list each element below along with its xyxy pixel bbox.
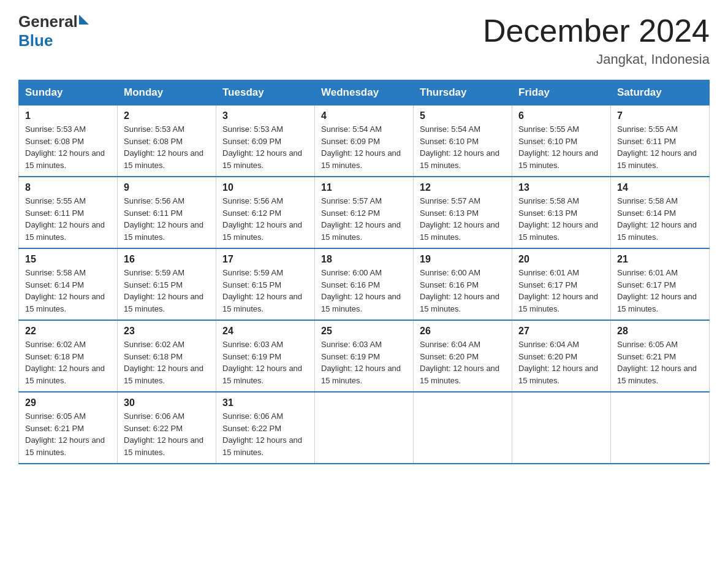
calendar-cell: 28 Sunrise: 6:05 AMSunset: 6:21 PMDaylig… [611,320,710,392]
calendar-cell: 12 Sunrise: 5:57 AMSunset: 6:13 PMDaylig… [414,177,512,248]
day-number: 24 [222,326,308,337]
calendar-cell: 24 Sunrise: 6:03 AMSunset: 6:19 PMDaylig… [216,320,315,392]
day-info: Sunrise: 6:04 AMSunset: 6:20 PMDaylight:… [420,340,499,385]
day-info: Sunrise: 6:02 AMSunset: 6:18 PMDaylight:… [25,340,105,385]
day-number: 26 [420,326,506,337]
calendar-cell: 13 Sunrise: 5:58 AMSunset: 6:13 PMDaylig… [512,177,611,248]
calendar-cell: 14 Sunrise: 5:58 AMSunset: 6:14 PMDaylig… [611,177,710,248]
day-number: 30 [124,397,210,408]
day-info: Sunrise: 5:55 AMSunset: 6:11 PMDaylight:… [25,196,105,242]
calendar-cell: 26 Sunrise: 6:04 AMSunset: 6:20 PMDaylig… [414,320,512,392]
header-monday: Monday [118,80,216,105]
calendar-cell: 9 Sunrise: 5:56 AMSunset: 6:11 PMDayligh… [118,177,216,248]
calendar-header: Sunday Monday Tuesday Wednesday Thursday… [19,80,710,105]
day-info: Sunrise: 5:54 AMSunset: 6:10 PMDaylight:… [420,124,499,170]
day-info: Sunrise: 6:05 AMSunset: 6:21 PMDaylight:… [617,340,697,385]
calendar-cell: 25 Sunrise: 6:03 AMSunset: 6:19 PMDaylig… [315,320,414,392]
day-info: Sunrise: 5:53 AMSunset: 6:09 PMDaylight:… [222,124,302,170]
logo-arrow-icon [79,15,89,25]
calendar-cell: 11 Sunrise: 5:57 AMSunset: 6:12 PMDaylig… [315,177,414,248]
day-number: 17 [222,254,308,265]
header-wednesday: Wednesday [315,80,414,105]
day-number: 13 [518,182,604,193]
day-number: 4 [321,110,407,121]
day-info: Sunrise: 6:06 AMSunset: 6:22 PMDaylight:… [124,412,203,457]
calendar-cell: 5 Sunrise: 5:54 AMSunset: 6:10 PMDayligh… [414,105,512,177]
day-info: Sunrise: 5:57 AMSunset: 6:13 PMDaylight:… [420,196,499,242]
day-info: Sunrise: 6:05 AMSunset: 6:21 PMDaylight:… [25,412,105,457]
day-info: Sunrise: 5:58 AMSunset: 6:13 PMDaylight:… [518,196,598,242]
header-saturday: Saturday [611,80,710,105]
calendar-cell: 8 Sunrise: 5:55 AMSunset: 6:11 PMDayligh… [19,177,118,248]
day-info: Sunrise: 6:02 AMSunset: 6:18 PMDaylight:… [124,340,203,385]
day-info: Sunrise: 6:01 AMSunset: 6:17 PMDaylight:… [518,268,598,313]
logo-general-text: General [18,12,78,31]
day-info: Sunrise: 6:06 AMSunset: 6:22 PMDaylight:… [222,412,302,457]
day-number: 12 [420,182,506,193]
day-number: 31 [222,397,308,408]
header-thursday: Thursday [414,80,512,105]
day-number: 14 [617,182,703,193]
day-info: Sunrise: 5:56 AMSunset: 6:11 PMDaylight:… [124,196,203,242]
calendar-cell: 19 Sunrise: 6:00 AMSunset: 6:16 PMDaylig… [414,248,512,320]
logo: General Blue [18,12,89,50]
day-info: Sunrise: 5:55 AMSunset: 6:11 PMDaylight:… [617,124,697,170]
calendar-cell: 6 Sunrise: 5:55 AMSunset: 6:10 PMDayligh… [512,105,611,177]
calendar-cell: 4 Sunrise: 5:54 AMSunset: 6:09 PMDayligh… [315,105,414,177]
page-header: General Blue December 2024 Jangkat, Indo… [18,12,710,67]
logo-blue-text: Blue [18,31,89,50]
calendar-cell: 22 Sunrise: 6:02 AMSunset: 6:18 PMDaylig… [19,320,118,392]
day-info: Sunrise: 6:00 AMSunset: 6:16 PMDaylight:… [321,268,401,313]
day-number: 27 [518,326,604,337]
day-number: 20 [518,254,604,265]
day-info: Sunrise: 5:53 AMSunset: 6:08 PMDaylight:… [124,124,203,170]
day-number: 22 [25,326,111,337]
day-number: 11 [321,182,407,193]
day-number: 2 [124,110,210,121]
header-tuesday: Tuesday [216,80,315,105]
calendar-cell: 1 Sunrise: 5:53 AMSunset: 6:08 PMDayligh… [19,105,118,177]
calendar-cell: 10 Sunrise: 5:56 AMSunset: 6:12 PMDaylig… [216,177,315,248]
calendar-table: Sunday Monday Tuesday Wednesday Thursday… [18,80,710,464]
day-number: 8 [25,182,111,193]
header-sunday: Sunday [19,80,118,105]
calendar-cell: 27 Sunrise: 6:04 AMSunset: 6:20 PMDaylig… [512,320,611,392]
calendar-cell [315,392,414,464]
calendar-cell: 16 Sunrise: 5:59 AMSunset: 6:15 PMDaylig… [118,248,216,320]
location-subtitle: Jangkat, Indonesia [483,52,710,67]
day-number: 25 [321,326,407,337]
calendar-body: 1 Sunrise: 5:53 AMSunset: 6:08 PMDayligh… [19,105,710,464]
day-info: Sunrise: 5:59 AMSunset: 6:15 PMDaylight:… [124,268,203,313]
calendar-cell: 7 Sunrise: 5:55 AMSunset: 6:11 PMDayligh… [611,105,710,177]
day-info: Sunrise: 5:57 AMSunset: 6:12 PMDaylight:… [321,196,401,242]
calendar-cell: 15 Sunrise: 5:58 AMSunset: 6:14 PMDaylig… [19,248,118,320]
day-info: Sunrise: 5:59 AMSunset: 6:15 PMDaylight:… [222,268,302,313]
day-number: 9 [124,182,210,193]
day-info: Sunrise: 6:04 AMSunset: 6:20 PMDaylight:… [518,340,598,385]
day-number: 28 [617,326,703,337]
day-number: 21 [617,254,703,265]
week-row-3: 15 Sunrise: 5:58 AMSunset: 6:14 PMDaylig… [19,248,710,320]
calendar-cell: 30 Sunrise: 6:06 AMSunset: 6:22 PMDaylig… [118,392,216,464]
day-number: 29 [25,397,111,408]
day-info: Sunrise: 5:58 AMSunset: 6:14 PMDaylight:… [617,196,697,242]
title-block: December 2024 Jangkat, Indonesia [483,12,710,67]
calendar-cell [414,392,512,464]
day-info: Sunrise: 5:58 AMSunset: 6:14 PMDaylight:… [25,268,105,313]
day-info: Sunrise: 6:03 AMSunset: 6:19 PMDaylight:… [222,340,302,385]
week-row-1: 1 Sunrise: 5:53 AMSunset: 6:08 PMDayligh… [19,105,710,177]
day-number: 6 [518,110,604,121]
day-number: 23 [124,326,210,337]
weekday-header-row: Sunday Monday Tuesday Wednesday Thursday… [19,80,710,105]
calendar-cell [512,392,611,464]
calendar-cell: 17 Sunrise: 5:59 AMSunset: 6:15 PMDaylig… [216,248,315,320]
day-number: 15 [25,254,111,265]
week-row-5: 29 Sunrise: 6:05 AMSunset: 6:21 PMDaylig… [19,392,710,464]
day-number: 19 [420,254,506,265]
day-info: Sunrise: 5:56 AMSunset: 6:12 PMDaylight:… [222,196,302,242]
month-year-title: December 2024 [483,12,710,49]
calendar-cell: 29 Sunrise: 6:05 AMSunset: 6:21 PMDaylig… [19,392,118,464]
calendar-cell: 18 Sunrise: 6:00 AMSunset: 6:16 PMDaylig… [315,248,414,320]
calendar-cell [611,392,710,464]
calendar-cell: 3 Sunrise: 5:53 AMSunset: 6:09 PMDayligh… [216,105,315,177]
